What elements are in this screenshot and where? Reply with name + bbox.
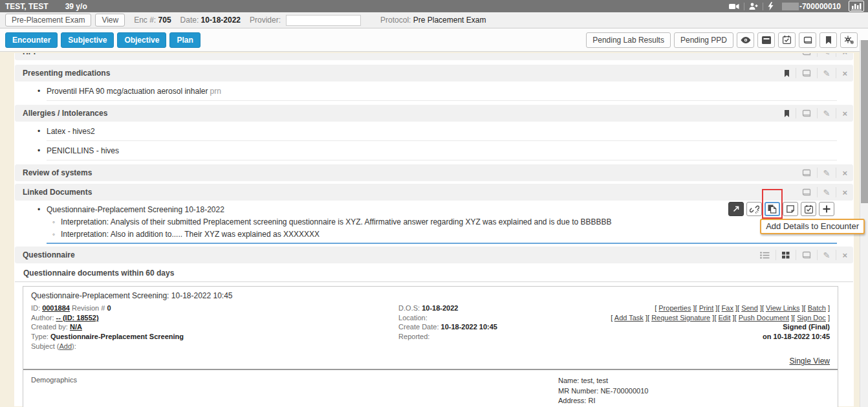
merge-icon[interactable] bbox=[796, 187, 817, 197]
document-action-link[interactable]: Sign Doc bbox=[797, 314, 826, 322]
demographic-field: Address: RI bbox=[558, 396, 830, 406]
single-view-link[interactable]: Single View bbox=[790, 357, 830, 366]
merge-icon[interactable] bbox=[796, 250, 817, 260]
nav-tab[interactable]: Objective bbox=[117, 32, 166, 48]
scrollbar-thumb[interactable] bbox=[861, 40, 868, 203]
inbox-button[interactable] bbox=[757, 32, 775, 48]
demographics-label: Demographics bbox=[31, 376, 558, 407]
add-linked-document-button[interactable] bbox=[819, 202, 834, 216]
patient-titlebar: TEST, TEST 39 y/o -700000010 bbox=[0, 0, 868, 12]
patient-name: TEST, TEST bbox=[5, 2, 49, 11]
section-title: Review of systems bbox=[23, 168, 92, 177]
provider-input[interactable] bbox=[286, 15, 361, 26]
merge-icon[interactable] bbox=[796, 108, 817, 118]
medication-item[interactable]: Proventil HFA 90 mcg/actuation aerosol i… bbox=[47, 82, 837, 101]
bar-chart-icon bbox=[851, 2, 862, 10]
close-icon[interactable]: × bbox=[836, 68, 853, 78]
preview-eye-button[interactable] bbox=[737, 32, 754, 48]
nav-tab[interactable]: Encounter bbox=[5, 32, 58, 48]
edit-pencil-icon[interactable]: ✎ bbox=[817, 68, 836, 78]
section-header-medications[interactable]: Presenting medications ✎ × bbox=[15, 65, 853, 82]
linked-document-item[interactable]: Questionnaire-Preplacement Screening 10-… bbox=[47, 201, 837, 215]
close-icon[interactable]: × bbox=[836, 108, 853, 118]
questionnaire-document-box: Questionnaire-Preplacement Screening: 10… bbox=[23, 286, 838, 407]
section-header-allergies[interactable]: Allergies / Intolerances ✎ × bbox=[15, 105, 853, 122]
settings-button[interactable] bbox=[840, 32, 858, 48]
document-actions-row1: [ Properties ][ Print ][ Fax ][ Send ][ … bbox=[558, 303, 830, 313]
video-camera-icon[interactable] bbox=[724, 3, 744, 10]
view-button[interactable]: View bbox=[95, 14, 125, 27]
allergy-item[interactable]: Latex - hives2 bbox=[47, 122, 837, 141]
subject-add-link[interactable]: Add bbox=[59, 342, 72, 350]
provider-label: Provider: bbox=[250, 16, 281, 25]
bookmark-icon[interactable] bbox=[778, 68, 796, 78]
mrn-redacted-box bbox=[782, 3, 799, 10]
journal-button[interactable] bbox=[799, 32, 816, 48]
document-action-link[interactable]: Print bbox=[699, 304, 714, 312]
section-header-questionnaire[interactable]: Questionnaire ✎ × bbox=[15, 247, 853, 263]
document-action-link[interactable]: Batch bbox=[808, 304, 826, 312]
add-note-button[interactable] bbox=[783, 202, 798, 216]
calendar-check-icon bbox=[805, 205, 813, 214]
allergy-item[interactable]: PENICILLINS - hives bbox=[47, 141, 837, 160]
section-ros: Review of systems ✎ × bbox=[14, 164, 854, 181]
plus-icon bbox=[823, 205, 830, 213]
bookmark-icon[interactable] bbox=[778, 108, 796, 118]
document-id-link[interactable]: 0001884 bbox=[42, 304, 70, 312]
section-header-hpi[interactable]: HPI ✎ × bbox=[15, 53, 853, 60]
edit-pencil-icon[interactable]: ✎ bbox=[817, 250, 836, 260]
demographic-field: Name: test, test bbox=[558, 376, 830, 386]
document-action-link[interactable]: Send bbox=[741, 304, 758, 312]
document-action-link[interactable]: Edit bbox=[719, 314, 731, 322]
encounter-workspace: HPI ✎ × Presenting medications ✎ × bbox=[0, 52, 868, 406]
section-header-ros[interactable]: Review of systems ✎ × bbox=[15, 164, 853, 181]
author-link[interactable]: -- (ID: 18552) bbox=[56, 314, 99, 322]
close-icon[interactable]: × bbox=[836, 187, 853, 197]
add-details-tooltip: Add Details to Encounter bbox=[760, 219, 865, 234]
add-patient-icon[interactable] bbox=[744, 3, 763, 10]
document-action-link[interactable]: Push Document bbox=[739, 314, 789, 322]
growth-chart-button[interactable] bbox=[849, 1, 864, 12]
exam-type-button[interactable]: Pre-Placement Exam bbox=[5, 14, 91, 27]
linked-doc-action-toolbar: Add Details to Encounter bbox=[728, 202, 834, 216]
section-title: Presenting medications bbox=[23, 69, 110, 78]
inbox-icon bbox=[762, 36, 771, 44]
pending-lab-results-button[interactable]: Pending Lab Results bbox=[586, 32, 671, 48]
document-action-link[interactable]: View Links bbox=[766, 304, 799, 312]
lightning-icon[interactable] bbox=[763, 2, 778, 10]
close-icon[interactable]: × bbox=[836, 168, 853, 178]
bookmark-button[interactable] bbox=[819, 32, 837, 48]
grid-view-icon[interactable] bbox=[776, 250, 796, 260]
document-actions-row2: [ Add Task ][ Request Signature ][ Edit … bbox=[558, 313, 830, 323]
document-action-link[interactable]: Request Signature bbox=[651, 314, 710, 322]
schedule-button[interactable] bbox=[801, 202, 816, 216]
nav-tab[interactable]: Plan bbox=[169, 32, 200, 48]
merge-icon[interactable] bbox=[796, 168, 817, 178]
add-details-to-encounter-button[interactable] bbox=[765, 202, 780, 216]
document-action-link[interactable]: Add Task bbox=[614, 314, 644, 322]
mrn-number: -700000010 bbox=[799, 2, 841, 11]
document-action-link[interactable]: Fax bbox=[722, 304, 733, 312]
calendar-button[interactable] bbox=[778, 32, 796, 48]
pending-ppd-button[interactable]: Pending PPD bbox=[674, 32, 733, 48]
close-icon[interactable]: × bbox=[836, 53, 853, 57]
merge-icon[interactable] bbox=[796, 53, 817, 57]
close-icon[interactable]: × bbox=[836, 250, 853, 260]
encounter-info-bar: Pre-Placement Exam View Enc #: 705 Date:… bbox=[0, 12, 868, 28]
nav-tab[interactable]: Subjective bbox=[61, 32, 114, 48]
open-document-button[interactable] bbox=[728, 202, 744, 216]
created-by-link[interactable]: N/A bbox=[70, 323, 82, 331]
edit-pencil-icon[interactable]: ✎ bbox=[817, 108, 836, 118]
arrow-up-right-icon bbox=[733, 206, 739, 212]
eye-icon bbox=[741, 37, 751, 43]
merge-icon[interactable] bbox=[796, 68, 817, 78]
demographic-field: MR Number: NE-700000010 bbox=[558, 386, 830, 397]
signed-on-date: on 10-18-2022 10:45 bbox=[558, 332, 830, 342]
section-header-linked-documents[interactable]: Linked Documents ✎ × bbox=[15, 184, 853, 201]
edit-pencil-icon[interactable]: ✎ bbox=[817, 168, 836, 178]
list-view-icon[interactable] bbox=[754, 250, 776, 260]
edit-pencil-icon[interactable]: ✎ bbox=[817, 187, 836, 197]
edit-pencil-icon[interactable]: ✎ bbox=[817, 53, 836, 57]
document-action-link[interactable]: Properties bbox=[658, 304, 691, 312]
unlink-document-button[interactable] bbox=[746, 202, 762, 216]
